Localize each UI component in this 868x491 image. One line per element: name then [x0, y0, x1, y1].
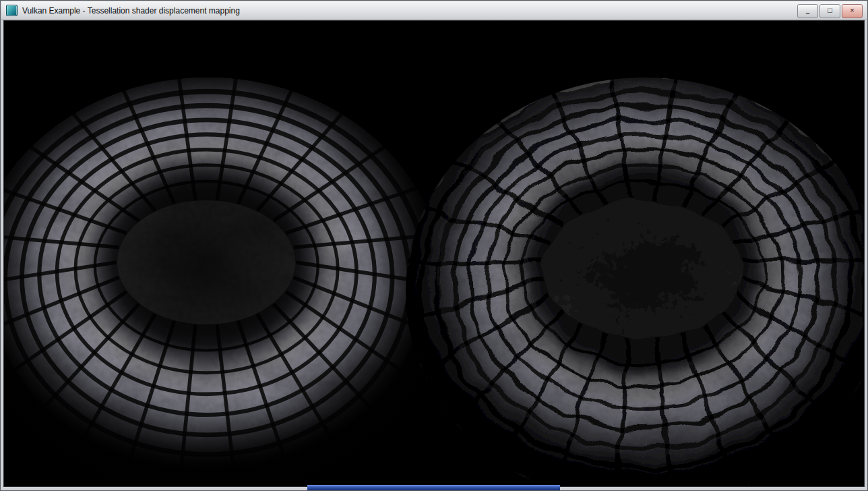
- window-title: Vulkan Example - Tessellation shader dis…: [22, 6, 240, 16]
- minimize-button[interactable]: –: [797, 4, 818, 18]
- window-controls: – □ ×: [797, 4, 863, 18]
- app-icon: [6, 5, 18, 16]
- vulkan-scene: [4, 21, 865, 487]
- minimize-icon: –: [805, 9, 809, 17]
- taskbar-fragment[interactable]: [307, 485, 560, 490]
- close-button[interactable]: ×: [842, 4, 863, 18]
- render-viewport[interactable]: [3, 20, 865, 487]
- maximize-button[interactable]: □: [819, 4, 840, 18]
- maximize-icon: □: [828, 7, 832, 14]
- app-window: Vulkan Example - Tessellation shader dis…: [0, 0, 868, 491]
- titlebar[interactable]: Vulkan Example - Tessellation shader dis…: [1, 1, 867, 20]
- close-icon: ×: [850, 7, 854, 14]
